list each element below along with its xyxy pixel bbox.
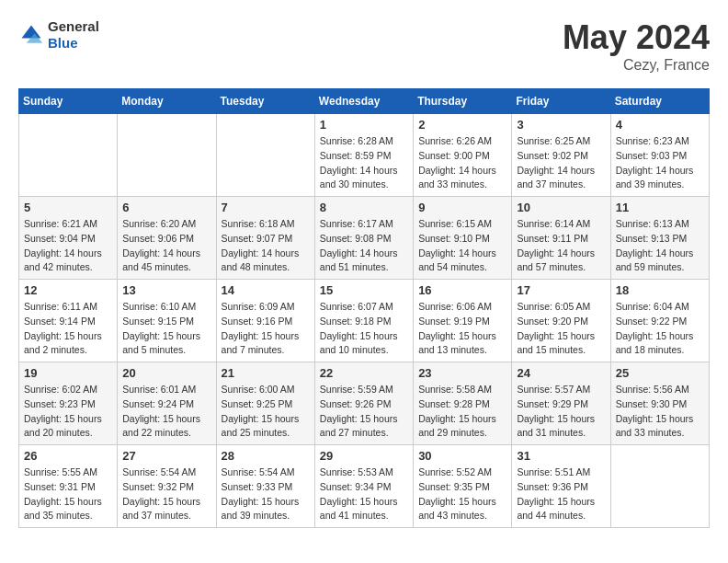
day-info: Sunrise: 5:56 AM Sunset: 9:30 PM Dayligh…: [616, 383, 704, 441]
calendar-cell: [118, 114, 216, 197]
day-number: 6: [122, 201, 210, 214]
calendar-week-row: 26Sunrise: 5:55 AM Sunset: 9:31 PM Dayli…: [19, 445, 710, 528]
day-number: 14: [222, 283, 310, 297]
day-info: Sunrise: 6:04 AM Sunset: 9:22 PM Dayligh…: [616, 300, 704, 358]
calendar-cell: 16Sunrise: 6:06 AM Sunset: 9:19 PM Dayli…: [414, 280, 512, 362]
day-number: 3: [517, 118, 605, 132]
calendar-cell: 28Sunrise: 5:54 AM Sunset: 9:33 PM Dayli…: [216, 445, 314, 528]
calendar-cell: 17Sunrise: 6:05 AM Sunset: 9:20 PM Dayli…: [512, 280, 610, 362]
calendar-cell: 2Sunrise: 6:26 AM Sunset: 9:00 PM Daylig…: [414, 114, 512, 197]
subtitle: Cezy, France: [563, 57, 710, 74]
day-info: Sunrise: 6:09 AM Sunset: 9:16 PM Dayligh…: [222, 300, 310, 358]
calendar-cell: 3Sunrise: 6:25 AM Sunset: 9:02 PM Daylig…: [512, 114, 610, 197]
calendar-cell: [610, 445, 709, 528]
day-number: 4: [616, 118, 704, 132]
calendar-cell: 25Sunrise: 5:56 AM Sunset: 9:30 PM Dayli…: [610, 362, 709, 445]
calendar-cell: 21Sunrise: 6:00 AM Sunset: 9:25 PM Dayli…: [216, 362, 314, 445]
calendar-cell: 6Sunrise: 6:20 AM Sunset: 9:06 PM Daylig…: [118, 197, 216, 280]
calendar-cell: 27Sunrise: 5:54 AM Sunset: 9:32 PM Dayli…: [118, 445, 216, 528]
day-info: Sunrise: 6:26 AM Sunset: 9:00 PM Dayligh…: [418, 134, 506, 192]
calendar-week-row: 1Sunrise: 6:28 AM Sunset: 8:59 PM Daylig…: [19, 114, 710, 197]
day-number: 17: [517, 283, 605, 297]
day-header-saturday: Saturday: [610, 89, 709, 114]
day-number: 5: [24, 201, 112, 214]
calendar-cell: 31Sunrise: 5:51 AM Sunset: 9:36 PM Dayli…: [512, 445, 610, 528]
calendar-cell: 20Sunrise: 6:01 AM Sunset: 9:24 PM Dayli…: [118, 362, 216, 445]
logo-icon: [18, 22, 44, 48]
day-number: 12: [24, 283, 112, 297]
day-header-monday: Monday: [118, 89, 216, 114]
logo-text-blue: Blue: [48, 35, 99, 52]
day-info: Sunrise: 6:05 AM Sunset: 9:20 PM Dayligh…: [517, 300, 605, 358]
day-info: Sunrise: 6:15 AM Sunset: 9:10 PM Dayligh…: [418, 217, 506, 275]
day-number: 28: [222, 449, 310, 463]
day-info: Sunrise: 5:54 AM Sunset: 9:32 PM Dayligh…: [122, 465, 210, 523]
day-number: 30: [418, 449, 506, 463]
day-info: Sunrise: 6:10 AM Sunset: 9:15 PM Dayligh…: [122, 300, 210, 358]
day-header-sunday: Sunday: [19, 89, 118, 114]
calendar-cell: 1Sunrise: 6:28 AM Sunset: 8:59 PM Daylig…: [314, 114, 413, 197]
calendar-cell: 26Sunrise: 5:55 AM Sunset: 9:31 PM Dayli…: [19, 445, 118, 528]
day-header-wednesday: Wednesday: [314, 89, 413, 114]
calendar-cell: 15Sunrise: 6:07 AM Sunset: 9:18 PM Dayli…: [314, 280, 413, 362]
calendar-cell: 11Sunrise: 6:13 AM Sunset: 9:13 PM Dayli…: [610, 197, 709, 280]
day-number: 9: [418, 201, 506, 214]
day-number: 11: [616, 201, 704, 214]
calendar-header-row: SundayMondayTuesdayWednesdayThursdayFrid…: [19, 89, 710, 114]
day-number: 1: [320, 118, 408, 132]
day-info: Sunrise: 6:23 AM Sunset: 9:03 PM Dayligh…: [616, 134, 704, 192]
main-title: May 2024: [563, 18, 710, 57]
calendar-cell: 24Sunrise: 5:57 AM Sunset: 9:29 PM Dayli…: [512, 362, 610, 445]
calendar-cell: 18Sunrise: 6:04 AM Sunset: 9:22 PM Dayli…: [610, 280, 709, 362]
day-number: 23: [418, 366, 506, 380]
day-number: 20: [122, 366, 210, 380]
calendar-cell: 9Sunrise: 6:15 AM Sunset: 9:10 PM Daylig…: [414, 197, 512, 280]
calendar-cell: 22Sunrise: 5:59 AM Sunset: 9:26 PM Dayli…: [314, 362, 413, 445]
logo-text-general: General: [48, 18, 99, 35]
day-info: Sunrise: 6:01 AM Sunset: 9:24 PM Dayligh…: [122, 383, 210, 441]
calendar-cell: 12Sunrise: 6:11 AM Sunset: 9:14 PM Dayli…: [19, 280, 118, 362]
day-info: Sunrise: 6:20 AM Sunset: 9:06 PM Dayligh…: [122, 217, 210, 275]
day-info: Sunrise: 6:07 AM Sunset: 9:18 PM Dayligh…: [320, 300, 408, 358]
calendar-cell: [19, 114, 118, 197]
calendar-week-row: 5Sunrise: 6:21 AM Sunset: 9:04 PM Daylig…: [19, 197, 710, 280]
day-number: 8: [320, 201, 408, 214]
day-header-friday: Friday: [512, 89, 610, 114]
day-number: 22: [320, 366, 408, 380]
day-info: Sunrise: 5:53 AM Sunset: 9:34 PM Dayligh…: [320, 465, 408, 523]
day-number: 15: [320, 283, 408, 297]
day-info: Sunrise: 6:25 AM Sunset: 9:02 PM Dayligh…: [517, 134, 605, 192]
day-number: 27: [122, 449, 210, 463]
calendar-cell: 23Sunrise: 5:58 AM Sunset: 9:28 PM Dayli…: [414, 362, 512, 445]
calendar-cell: 13Sunrise: 6:10 AM Sunset: 9:15 PM Dayli…: [118, 280, 216, 362]
day-number: 18: [616, 283, 704, 297]
calendar-table: SundayMondayTuesdayWednesdayThursdayFrid…: [18, 88, 710, 528]
day-number: 16: [418, 283, 506, 297]
calendar-cell: 4Sunrise: 6:23 AM Sunset: 9:03 PM Daylig…: [610, 114, 709, 197]
calendar-cell: 14Sunrise: 6:09 AM Sunset: 9:16 PM Dayli…: [216, 280, 314, 362]
day-info: Sunrise: 5:57 AM Sunset: 9:29 PM Dayligh…: [517, 383, 605, 441]
calendar-cell: 30Sunrise: 5:52 AM Sunset: 9:35 PM Dayli…: [414, 445, 512, 528]
day-header-tuesday: Tuesday: [216, 89, 314, 114]
day-info: Sunrise: 5:58 AM Sunset: 9:28 PM Dayligh…: [418, 383, 506, 441]
day-info: Sunrise: 5:54 AM Sunset: 9:33 PM Dayligh…: [222, 465, 310, 523]
calendar-cell: 8Sunrise: 6:17 AM Sunset: 9:08 PM Daylig…: [314, 197, 413, 280]
day-info: Sunrise: 6:17 AM Sunset: 9:08 PM Dayligh…: [320, 217, 408, 275]
day-number: 26: [24, 449, 112, 463]
day-info: Sunrise: 6:14 AM Sunset: 9:11 PM Dayligh…: [517, 217, 605, 275]
day-info: Sunrise: 5:52 AM Sunset: 9:35 PM Dayligh…: [418, 465, 506, 523]
day-info: Sunrise: 6:00 AM Sunset: 9:25 PM Dayligh…: [222, 383, 310, 441]
day-number: 25: [616, 366, 704, 380]
day-header-thursday: Thursday: [414, 89, 512, 114]
day-number: 24: [517, 366, 605, 380]
calendar-cell: 5Sunrise: 6:21 AM Sunset: 9:04 PM Daylig…: [19, 197, 118, 280]
day-info: Sunrise: 5:55 AM Sunset: 9:31 PM Dayligh…: [24, 465, 112, 523]
day-info: Sunrise: 6:18 AM Sunset: 9:07 PM Dayligh…: [222, 217, 310, 275]
day-number: 19: [24, 366, 112, 380]
day-number: 21: [222, 366, 310, 380]
day-info: Sunrise: 5:59 AM Sunset: 9:26 PM Dayligh…: [320, 383, 408, 441]
day-number: 7: [222, 201, 310, 214]
day-info: Sunrise: 6:21 AM Sunset: 9:04 PM Dayligh…: [24, 217, 112, 275]
calendar-cell: 29Sunrise: 5:53 AM Sunset: 9:34 PM Dayli…: [314, 445, 413, 528]
calendar-week-row: 19Sunrise: 6:02 AM Sunset: 9:23 PM Dayli…: [19, 362, 710, 445]
